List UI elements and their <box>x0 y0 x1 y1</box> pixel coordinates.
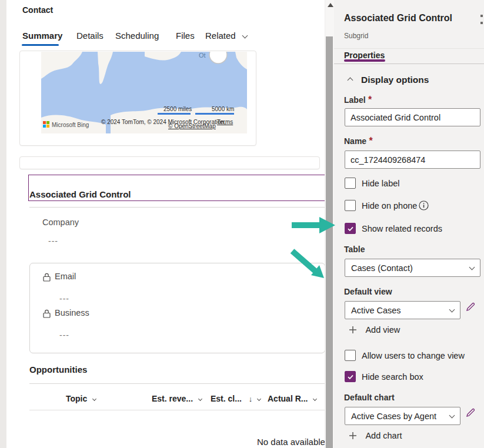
show-related-records-checkbox-label: Show related records <box>362 224 442 233</box>
app-screen: Contact Summary Details Scheduling Files… <box>0 0 484 448</box>
column-header-est-revenue[interactable]: Est. reve... <box>152 394 202 403</box>
default-view-dropdown[interactable]: Active Cases <box>345 301 460 319</box>
empty-section-card <box>19 156 320 169</box>
divider <box>334 48 484 49</box>
allow-change-view-checkbox-label: Allow users to change view <box>362 351 465 360</box>
default-chart-label: Default chart <box>344 393 395 402</box>
map-place-label: Ot <box>199 52 206 59</box>
hide-label-checkbox-label: Hide label <box>362 179 400 188</box>
divider <box>334 63 484 64</box>
tab-scheduling[interactable]: Scheduling <box>115 31 159 41</box>
divider <box>29 207 325 208</box>
grid-empty-message: No data available <box>257 437 325 447</box>
table-field-label: Table <box>344 245 365 254</box>
add-view-label: Add view <box>365 325 400 335</box>
add-view-button[interactable]: Add view <box>349 325 400 335</box>
chevron-down-icon <box>469 264 475 270</box>
clipped-icon <box>480 15 483 17</box>
map-scale-miles-label: 2500 miles <box>163 106 192 112</box>
panel-subtitle: Subgrid <box>344 32 368 40</box>
name-field-label: Name <box>344 136 366 146</box>
panel-title: Associated Grid Control <box>344 13 452 24</box>
hide-search-box-checkbox-label: Hide search box <box>362 372 423 382</box>
column-header-actual-revenue[interactable]: Actual R... <box>268 394 316 403</box>
plus-icon <box>349 326 357 334</box>
section-display-options[interactable]: Display options <box>361 75 429 85</box>
table-dropdown[interactable]: Cases (Contact) <box>345 259 480 277</box>
sort-descending-icon: ↓ <box>249 394 253 403</box>
edit-chart-button[interactable] <box>465 407 476 420</box>
collapse-section-icon[interactable] <box>348 78 353 83</box>
add-chart-button[interactable]: Add chart <box>349 430 402 441</box>
hide-on-phone-checkbox-label: Hide on phone <box>362 201 417 210</box>
tab-related[interactable]: Related <box>205 31 247 41</box>
scrollbar-up-arrow[interactable] <box>328 3 333 7</box>
add-chart-label: Add chart <box>365 431 402 440</box>
tab-details[interactable]: Details <box>76 31 104 41</box>
properties-tab-underline <box>344 59 385 62</box>
email-field-label: Email <box>55 272 76 281</box>
left-rail <box>0 0 6 448</box>
chevron-down-icon <box>449 306 455 312</box>
chevron-down-icon <box>449 412 455 418</box>
opportunities-title: Opportunities <box>29 365 87 375</box>
form-title: Contact <box>22 5 53 15</box>
selected-subgrid-control[interactable]: Associated Grid Control <box>28 175 325 201</box>
chevron-down-icon <box>92 397 96 401</box>
chevron-down-icon <box>313 397 317 401</box>
pencil-icon <box>465 302 476 312</box>
column-header-topic[interactable]: Topic <box>66 394 96 403</box>
subgrid-canvas-title: Associated Grid Control <box>29 189 131 199</box>
hide-search-box-checkbox[interactable] <box>345 371 356 382</box>
email-field-value[interactable]: --- <box>59 294 69 303</box>
bing-logo-icon <box>43 121 49 128</box>
properties-panel: Associated Grid Control Subgrid Properti… <box>334 0 484 448</box>
name-input[interactable] <box>345 151 480 169</box>
required-asterisk: * <box>368 95 372 105</box>
pencil-icon <box>465 407 476 418</box>
tab-files[interactable]: Files <box>176 31 195 41</box>
default-chart-dropdown[interactable]: Active Cases by Agent <box>345 407 460 425</box>
map-terms-link[interactable]: Terms <box>217 119 233 125</box>
required-asterisk: * <box>369 136 373 146</box>
divider <box>29 383 325 384</box>
bing-logo-label: Microsoft Bing <box>52 122 89 128</box>
contact-info-card: Email --- Business --- <box>29 263 325 353</box>
info-icon[interactable] <box>419 200 429 213</box>
hide-label-checkbox[interactable] <box>345 178 356 189</box>
check-icon <box>347 225 354 232</box>
clipped-icon <box>480 22 483 24</box>
column-header-est-close[interactable]: Est. cl... ↓ <box>211 394 261 403</box>
active-tab-underline <box>22 44 59 46</box>
show-related-records-checkbox[interactable] <box>345 223 356 234</box>
map-scale-miles-bar <box>158 113 191 115</box>
tab-properties[interactable]: Properties <box>344 51 385 60</box>
default-view-label: Default view <box>344 287 392 296</box>
business-field-label: Business <box>55 308 89 317</box>
company-field-value[interactable]: --- <box>48 236 58 246</box>
tab-summary[interactable]: Summary <box>22 31 62 41</box>
divider <box>29 410 325 410</box>
plus-icon <box>349 432 357 440</box>
map-osm-link[interactable]: © OpenStreetMap <box>168 123 216 129</box>
label-input[interactable] <box>345 108 480 126</box>
default-chart-value: Active Cases by Agent <box>351 412 436 421</box>
lock-icon <box>43 309 51 320</box>
table-dropdown-value: Cases (Contact) <box>351 263 413 273</box>
lock-icon <box>43 273 51 284</box>
bing-map[interactable]: Ot 2500 miles 5000 km © 2024 TomTom, © 2… <box>41 52 247 133</box>
company-field-label: Company <box>42 218 79 227</box>
chevron-down-icon <box>257 397 261 401</box>
hide-on-phone-checkbox[interactable] <box>345 200 356 211</box>
label-field-label: Label <box>344 95 366 105</box>
default-view-value: Active Cases <box>351 306 401 315</box>
edit-view-button[interactable] <box>465 302 476 315</box>
allow-change-view-checkbox[interactable] <box>345 350 356 361</box>
map-scale-km-bar <box>195 113 234 115</box>
check-icon <box>347 373 354 380</box>
scrollbar-thumb[interactable] <box>326 36 333 448</box>
chevron-down-icon <box>198 397 202 401</box>
chevron-down-icon <box>242 33 248 39</box>
map-scale-km-label: 5000 km <box>212 106 234 112</box>
business-field-value[interactable]: --- <box>59 330 69 340</box>
